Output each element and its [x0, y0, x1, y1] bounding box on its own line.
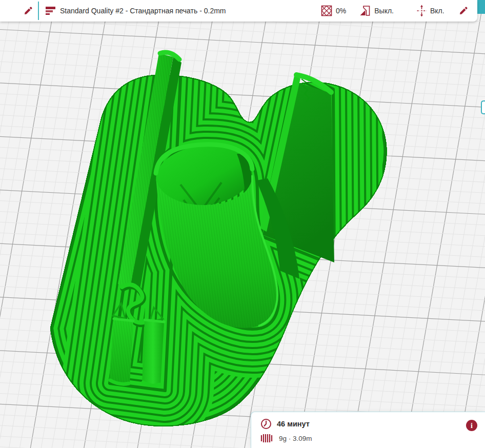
bar-separator: [38, 2, 39, 20]
print-time-row: 46 минут: [260, 418, 485, 430]
support-value: Выкл.: [374, 7, 394, 15]
adhesion-value: Вкл.: [430, 7, 444, 15]
adhesion-icon: [417, 5, 427, 17]
adhesion-setting[interactable]: Вкл.: [417, 5, 444, 17]
info-icon[interactable]: i: [466, 420, 477, 431]
buildplate-scene: [0, 0, 485, 448]
profile-title: Standard Quality #2 - Стандартная печать…: [60, 7, 226, 15]
panel-corner-accent: [477, 0, 485, 14]
print-settings-bar[interactable]: Standard Quality #2 - Стандартная печать…: [0, 0, 477, 22]
svg-text:i: i: [471, 422, 473, 430]
material-row: 9g · 3.09m: [260, 432, 485, 444]
filament-icon: [260, 433, 273, 443]
viewport-3d[interactable]: [0, 0, 485, 448]
clock-icon: [260, 418, 272, 430]
print-time-value: 46 минут: [277, 420, 310, 428]
material-value: 9g · 3.09m: [279, 435, 312, 442]
edit-pencil-icon[interactable]: [24, 6, 33, 15]
support-icon: [359, 5, 371, 16]
bar-right-settings: 0% Выкл. Вкл.: [321, 0, 468, 22]
edit-pencil-icon[interactable]: [459, 6, 468, 15]
support-setting[interactable]: Выкл.: [359, 5, 394, 16]
print-stats-panel: 46 минут 9g · 3.09m i: [251, 412, 485, 448]
collapsed-panel-handle[interactable]: [481, 100, 485, 114]
infill-icon: [321, 5, 332, 16]
infill-setting[interactable]: 0%: [321, 5, 346, 16]
application-window: Standard Quality #2 - Стандартная печать…: [0, 0, 485, 448]
pillar-round: [142, 320, 164, 385]
quality-layers-icon: [46, 7, 55, 15]
infill-value: 0%: [336, 7, 346, 15]
